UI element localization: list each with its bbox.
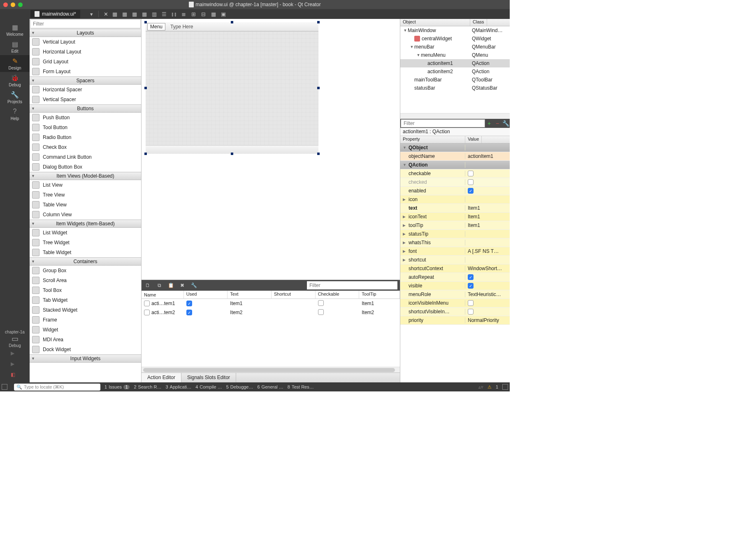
delete-action-icon[interactable]: ✖ [179, 282, 186, 289]
panel-toggle-icon[interactable] [502, 384, 508, 390]
widgetbox-item[interactable]: Table Widget [30, 248, 141, 257]
widgetbox-item[interactable]: Tree View [30, 190, 141, 200]
property-checkbox[interactable] [468, 179, 474, 185]
widgetbox-item[interactable]: Tool Box [30, 285, 141, 295]
property-filter-input[interactable] [401, 119, 485, 127]
action-filter-input[interactable] [307, 281, 397, 289]
object-tree-row[interactable]: ▼MainWindowQMainWind… [400, 26, 510, 35]
widgetbox-item[interactable]: Form Layout [30, 67, 141, 76]
widgetbox-item[interactable]: Command Link Button [30, 152, 141, 162]
configure-icon[interactable]: 🔧 [501, 119, 510, 127]
property-row[interactable]: iconVisibleInMenu [400, 299, 510, 308]
property-section-header[interactable]: ▼QAction [400, 161, 510, 169]
object-tree-row[interactable]: ▼menuBarQMenuBar [400, 43, 510, 51]
widgetbox-group-header[interactable]: ▼Layouts [30, 29, 141, 37]
object-tree-row[interactable]: mainToolBarQToolBar [400, 76, 510, 84]
statusbar-pane-button[interactable]: 1Issues1 [104, 384, 130, 389]
widgetbox-group-header[interactable]: ▼Spacers [30, 76, 141, 85]
object-tree-row[interactable]: statusBarQStatusBar [400, 84, 510, 92]
class-column-header[interactable]: Class [470, 19, 487, 26]
property-row[interactable]: enabled✓ [400, 187, 510, 195]
layout-tool-icon[interactable]: ▦ [121, 11, 128, 17]
checkable-checkbox[interactable] [318, 300, 324, 306]
layout-split-icon[interactable]: ⫿⫿ [171, 11, 177, 17]
object-tree-row[interactable]: ▼menuMenuQMenu [400, 51, 510, 59]
mode-welcome[interactable]: ▦Welcome [0, 21, 30, 38]
preview-menubar[interactable]: Menu Type Here [146, 22, 318, 31]
file-tab[interactable]: mainwindow.ui* [30, 10, 80, 18]
tab-signals-slots[interactable]: Signals Slots Editor [181, 373, 236, 382]
widgetbox-filter-input[interactable] [30, 19, 141, 28]
adjust-size-icon[interactable]: ▣ [220, 11, 227, 17]
object-tree-row[interactable]: actionItem2QAction [400, 67, 510, 76]
property-row[interactable]: checked [400, 178, 510, 187]
close-tab-icon[interactable]: ✕ [104, 11, 108, 17]
statusbar-pane-button[interactable]: 3Applicati… [165, 384, 191, 389]
dropdown-icon[interactable]: ▾ [88, 11, 95, 17]
widgetbox-item[interactable]: Tab Widget [30, 295, 141, 305]
paste-action-icon[interactable]: 📋 [167, 282, 174, 289]
form-canvas[interactable]: Menu Type Here [142, 19, 400, 280]
value-column-header[interactable]: Value [465, 136, 482, 143]
mode-design[interactable]: ✎Design [0, 55, 30, 72]
property-row[interactable]: checkable [400, 169, 510, 178]
expand-icon[interactable]: ▼ [409, 45, 414, 49]
break-layout-icon[interactable]: ▦ [210, 11, 217, 17]
property-row[interactable]: visible✓ [400, 282, 510, 290]
statusbar-pane-button[interactable]: 6General … [257, 384, 283, 389]
widgetbox-group-header[interactable]: ▼Item Widgets (Item-Based) [30, 220, 141, 228]
property-row[interactable]: shortcutVisibleIn… [400, 308, 510, 316]
property-checkbox[interactable]: ✓ [468, 283, 474, 289]
run-icon[interactable]: ▶ [11, 350, 19, 359]
property-row[interactable]: ▶icon [400, 195, 510, 204]
warning-icon[interactable]: ⚠ [488, 384, 492, 390]
property-row[interactable]: menuRoleTextHeuristic… [400, 290, 510, 299]
object-tree-row[interactable]: centralWidgetQWidget [400, 35, 510, 43]
expand-icon[interactable]: ▶ [403, 241, 407, 245]
resize-handle[interactable] [317, 87, 320, 89]
layout-grid2-icon[interactable]: ⊟ [200, 11, 207, 17]
widgetbox-item[interactable]: Dock Widget [30, 345, 141, 354]
run-debug-icon[interactable]: ▶ [11, 361, 19, 369]
object-column-header[interactable]: Object [400, 19, 470, 26]
resize-handle[interactable] [144, 21, 147, 23]
expand-icon[interactable]: ▶ [403, 197, 407, 201]
property-row[interactable]: ▶toolTipItem1 [400, 221, 510, 230]
property-checkbox[interactable]: ✓ [468, 188, 474, 194]
layout-tool-icon[interactable]: ▦ [141, 11, 148, 17]
widgetbox-group-header[interactable]: ▼Containers [30, 257, 141, 266]
tab-action-editor[interactable]: Action Editor [142, 373, 181, 382]
property-checkbox[interactable] [468, 171, 474, 176]
widgetbox-item[interactable]: Vertical Spacer [30, 95, 141, 104]
new-action-icon[interactable]: 🗋 [144, 282, 151, 289]
property-row[interactable]: objectNameactionItem1 [400, 152, 510, 161]
widgetbox-item[interactable]: Tool Button [30, 123, 141, 132]
layout-splitv-icon[interactable]: ≣ [181, 11, 187, 17]
widgetbox-item[interactable]: List Widget [30, 228, 141, 238]
property-checkbox[interactable] [468, 300, 474, 306]
close-window-button[interactable] [3, 2, 8, 7]
widgetbox-item[interactable]: Group Box [30, 266, 141, 275]
property-row[interactable]: ▶statusTip [400, 230, 510, 238]
expand-icon[interactable]: ▶ [403, 223, 407, 227]
property-checkbox[interactable] [468, 309, 474, 315]
resize-handle[interactable] [231, 153, 233, 155]
resize-handle[interactable] [144, 153, 147, 155]
resize-handle[interactable] [231, 21, 233, 23]
resize-handle[interactable] [144, 87, 147, 89]
form-preview[interactable]: Menu Type Here [146, 22, 318, 154]
action-row[interactable]: acti…tem2✓Item2Item2 [142, 308, 400, 317]
expand-icon[interactable]: ▶ [403, 249, 407, 253]
action-row[interactable]: acti…tem1✓Item1Item1 [142, 299, 400, 308]
mode-debug[interactable]: 🐞Debug [0, 72, 30, 89]
layout-grid-icon[interactable]: ⊞ [190, 11, 197, 17]
preview-type-here[interactable]: Type Here [168, 23, 195, 30]
build-icon[interactable]: ◧ [11, 372, 19, 380]
property-row[interactable]: ▶iconTextItem1 [400, 213, 510, 221]
mode-edit[interactable]: ▤Edit [0, 38, 30, 55]
widgetbox-item[interactable]: Check Box [30, 142, 141, 152]
widgetbox-item[interactable]: Column View [30, 210, 141, 220]
preview-central-widget[interactable] [146, 31, 318, 146]
widgetbox-group-header[interactable]: ▼Input Widgets [30, 354, 141, 363]
property-row[interactable]: shortcutContextWindowShort… [400, 264, 510, 273]
